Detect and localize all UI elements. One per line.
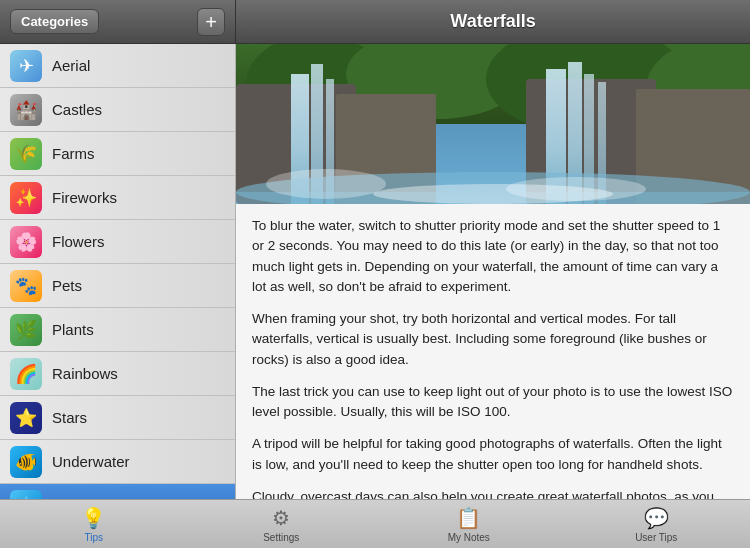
sidebar-item-underwater[interactable]: 🐠 Underwater xyxy=(0,440,235,484)
tab-label-settings: Settings xyxy=(263,532,299,543)
sidebar-item-stars[interactable]: ⭐ Stars xyxy=(0,396,235,440)
tab-tips[interactable]: 💡 Tips xyxy=(0,500,188,548)
icon-fireworks: ✨ xyxy=(10,182,42,214)
waterfall-image xyxy=(236,44,750,204)
icon-rainbows: 🌈 xyxy=(10,358,42,390)
sidebar-label-aerial: Aerial xyxy=(52,57,90,74)
sidebar-item-fireworks[interactable]: ✨ Fireworks xyxy=(0,176,235,220)
icon-castles: 🏰 xyxy=(10,94,42,126)
svg-point-19 xyxy=(266,169,386,199)
tab-icon-my-notes: 📋 xyxy=(456,506,481,530)
sidebar-label-stars: Stars xyxy=(52,409,87,426)
main-content: To blur the water, switch to shutter pri… xyxy=(236,44,750,499)
sidebar-item-waterfalls[interactable]: 💧 Waterfalls xyxy=(0,484,235,499)
sidebar-item-castles[interactable]: 🏰 Castles xyxy=(0,88,235,132)
tab-label-tips: Tips xyxy=(84,532,103,543)
sidebar: ✈ Aerial 🏰 Castles 🌾 Farms ✨ Fireworks 🌸… xyxy=(0,44,236,499)
categories-button[interactable]: Categories xyxy=(10,9,99,34)
sidebar-item-plants[interactable]: 🌿 Plants xyxy=(0,308,235,352)
tab-settings[interactable]: ⚙ Settings xyxy=(188,500,376,548)
sidebar-item-farms[interactable]: 🌾 Farms xyxy=(0,132,235,176)
sidebar-label-pets: Pets xyxy=(52,277,82,294)
icon-waterfalls: 💧 xyxy=(10,490,42,500)
sidebar-item-aerial[interactable]: ✈ Aerial xyxy=(0,44,235,88)
article-paragraph-4: Cloudy, overcast days can also help you … xyxy=(252,487,734,499)
sidebar-label-plants: Plants xyxy=(52,321,94,338)
icon-plants: 🌿 xyxy=(10,314,42,346)
tab-bar: 💡 Tips ⚙ Settings 📋 My Notes 💬 User Tips xyxy=(0,499,750,548)
svg-point-21 xyxy=(373,184,613,204)
sidebar-item-rainbows[interactable]: 🌈 Rainbows xyxy=(0,352,235,396)
sidebar-label-castles: Castles xyxy=(52,101,102,118)
icon-flowers: 🌸 xyxy=(10,226,42,258)
main-header: Waterfalls xyxy=(236,0,750,43)
article-body[interactable]: To blur the water, switch to shutter pri… xyxy=(236,204,750,499)
sidebar-label-flowers: Flowers xyxy=(52,233,105,250)
sidebar-item-pets[interactable]: 🐾 Pets xyxy=(0,264,235,308)
sidebar-item-flowers[interactable]: 🌸 Flowers xyxy=(0,220,235,264)
article-paragraph-3: A tripod will be helpful for taking good… xyxy=(252,434,734,475)
article-paragraph-1: When framing your shot, try both horizon… xyxy=(252,309,734,370)
article-paragraph-0: To blur the water, switch to shutter pri… xyxy=(252,216,734,297)
tab-label-user-tips: User Tips xyxy=(635,532,677,543)
top-bar: Categories + Waterfalls xyxy=(0,0,750,44)
tab-user-tips[interactable]: 💬 User Tips xyxy=(563,500,751,548)
tab-icon-tips: 💡 xyxy=(81,506,106,530)
sidebar-label-rainbows: Rainbows xyxy=(52,365,118,382)
tab-icon-user-tips: 💬 xyxy=(644,506,669,530)
add-button[interactable]: + xyxy=(197,8,225,36)
icon-pets: 🐾 xyxy=(10,270,42,302)
sidebar-label-farms: Farms xyxy=(52,145,95,162)
article-paragraph-2: The last trick you can use to keep light… xyxy=(252,382,734,423)
icon-underwater: 🐠 xyxy=(10,446,42,478)
icon-stars: ⭐ xyxy=(10,402,42,434)
tab-my-notes[interactable]: 📋 My Notes xyxy=(375,500,563,548)
icon-farms: 🌾 xyxy=(10,138,42,170)
page-title: Waterfalls xyxy=(450,11,535,32)
sidebar-header: Categories + xyxy=(0,0,236,43)
tab-icon-settings: ⚙ xyxy=(272,506,290,530)
tab-label-my-notes: My Notes xyxy=(448,532,490,543)
content-area: ✈ Aerial 🏰 Castles 🌾 Farms ✨ Fireworks 🌸… xyxy=(0,44,750,499)
sidebar-label-underwater: Underwater xyxy=(52,453,130,470)
icon-aerial: ✈ xyxy=(10,50,42,82)
sidebar-label-fireworks: Fireworks xyxy=(52,189,117,206)
